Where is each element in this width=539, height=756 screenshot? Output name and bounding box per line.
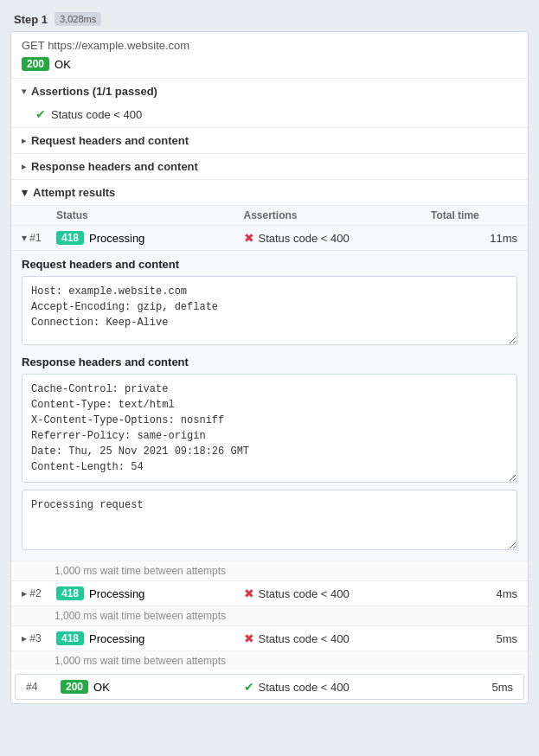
attempt-4-time: 5ms (427, 681, 513, 694)
attempt-num-1: ▾ #1 (22, 232, 56, 244)
http-method: GET (22, 39, 45, 52)
attempt-3-assertion-text: Status code < 400 (259, 632, 350, 645)
attempt-results-arrow: ▾ (22, 186, 28, 199)
attempt-3-assertion: ✖ Status code < 400 (244, 631, 432, 645)
col-total-time: Total time (431, 209, 517, 221)
attempt-4-assertion-text: Status code < 400 (259, 681, 350, 694)
attempt-num-3: ▸ #3 (22, 632, 56, 644)
attempt-3-status-text: Processing (89, 632, 144, 645)
response-headers-section: ▸ Response headers and content (11, 153, 528, 179)
assertion-item: ✔ Status code < 400 (11, 104, 528, 127)
request-url: https://example.website.com (48, 39, 189, 52)
status-badge: 200 (22, 57, 49, 71)
wait-row-3: 1,000 ms wait time between attempts (11, 650, 528, 670)
attempt-1-assertion-text: Status code < 400 (259, 232, 350, 245)
attempt-1-expanded: Request headers and content Host: exampl… (11, 250, 528, 561)
request-headers-header[interactable]: ▸ Request headers and content (11, 128, 528, 153)
response-headers-arrow: ▸ (22, 162, 26, 171)
attempt-row-4[interactable]: #4 200 OK ✔ Status code < 400 5ms (15, 674, 524, 700)
req-headers-sub-title: Request headers and content (22, 258, 517, 271)
status-text: OK (55, 58, 71, 71)
col-status: Status (56, 209, 244, 221)
status-row: 200 OK (11, 55, 528, 78)
col-assertions: Assertions (244, 209, 432, 221)
resp-headers-sub-title: Response headers and content (22, 356, 517, 368)
attempt-4-status-text: OK (93, 681, 110, 694)
table-header: Status Assertions Total time (11, 205, 528, 225)
resp-body-box: Processing request (22, 490, 517, 550)
response-headers-title: Response headers and content (31, 160, 198, 173)
col-num (22, 209, 56, 221)
main-card: GET https://example.website.com 200 OK ▾… (10, 31, 529, 704)
assertion-check-icon: ✔ (35, 107, 46, 121)
request-headers-section: ▸ Request headers and content (11, 127, 528, 153)
assertions-arrow: ▾ (22, 86, 26, 96)
wait-row-2: 1,000 ms wait time between attempts (11, 605, 528, 625)
attempt-2-error-icon: ✖ (244, 586, 254, 600)
resp-headers-box: Cache-Control: private Content-Type: tex… (22, 374, 517, 483)
attempt-2-arrow: ▸ (22, 587, 27, 599)
step-time: 3,028ms (55, 12, 101, 26)
attempt-results-title: Attempt results (33, 186, 115, 199)
attempt-1-status: 418 Processing (56, 231, 244, 245)
attempt-row-1[interactable]: ▾ #1 418 Processing ✖ Status code < 400 … (11, 225, 528, 250)
attempt-3-arrow: ▸ (22, 632, 27, 644)
attempt-row-2[interactable]: ▸ #2 418 Processing ✖ Status code < 400 … (11, 580, 528, 605)
attempt-3-time: 5ms (431, 632, 517, 645)
attempt-num-2: ▸ #2 (22, 587, 56, 599)
attempt-4-badge: 200 (61, 680, 88, 694)
request-headers-arrow: ▸ (22, 136, 26, 145)
attempt-1-error-icon: ✖ (244, 231, 254, 245)
assertions-section: ▾ Assertions (1/1 passed) ✔ Status code … (11, 78, 528, 127)
attempt-1-assertion: ✖ Status code < 400 (244, 231, 432, 245)
attempt-3-status: 418 Processing (56, 631, 244, 645)
attempt-1-status-text: Processing (89, 232, 144, 245)
attempt-num-4: #4 (26, 681, 61, 693)
attempt-4-assertion: ✔ Status code < 400 (244, 680, 427, 694)
response-headers-header[interactable]: ▸ Response headers and content (11, 154, 528, 179)
attempt-3-badge: 418 (56, 631, 84, 645)
attempt-3-error-icon: ✖ (244, 631, 254, 645)
attempt-2-status-text: Processing (89, 587, 144, 600)
attempt-1-time: 11ms (431, 232, 517, 245)
attempt-4-success-icon: ✔ (244, 680, 254, 694)
attempt-results-section: ▾ Attempt results Status Assertions Tota… (11, 179, 528, 700)
request-headers-title: Request headers and content (31, 134, 189, 147)
attempt-4-status: 200 OK (61, 680, 244, 694)
wait-row-1: 1,000 ms wait time between attempts (11, 561, 528, 580)
assertions-header[interactable]: ▾ Assertions (1/1 passed) (11, 79, 528, 104)
attempt-2-badge: 418 (56, 586, 84, 600)
attempt-1-badge: 418 (56, 231, 84, 245)
attempt-results-header[interactable]: ▾ Attempt results (11, 180, 528, 205)
attempt-1-arrow: ▾ (22, 232, 27, 244)
attempt-2-status: 418 Processing (56, 586, 244, 600)
assertions-title: Assertions (1/1 passed) (31, 85, 157, 98)
req-headers-box: Host: example.website.com Accept-Encodin… (22, 276, 517, 345)
attempt-2-assertion-text: Status code < 400 (259, 587, 350, 600)
url-row: GET https://example.website.com (11, 32, 528, 55)
assertion-text: Status code < 400 (51, 108, 142, 121)
attempt-2-assertion: ✖ Status code < 400 (244, 586, 432, 600)
step-header: Step 1 3,028ms (7, 7, 532, 31)
attempt-row-3[interactable]: ▸ #3 418 Processing ✖ Status code < 400 … (11, 625, 528, 650)
attempt-2-time: 4ms (431, 587, 517, 600)
step-title: Step 1 (14, 13, 48, 26)
